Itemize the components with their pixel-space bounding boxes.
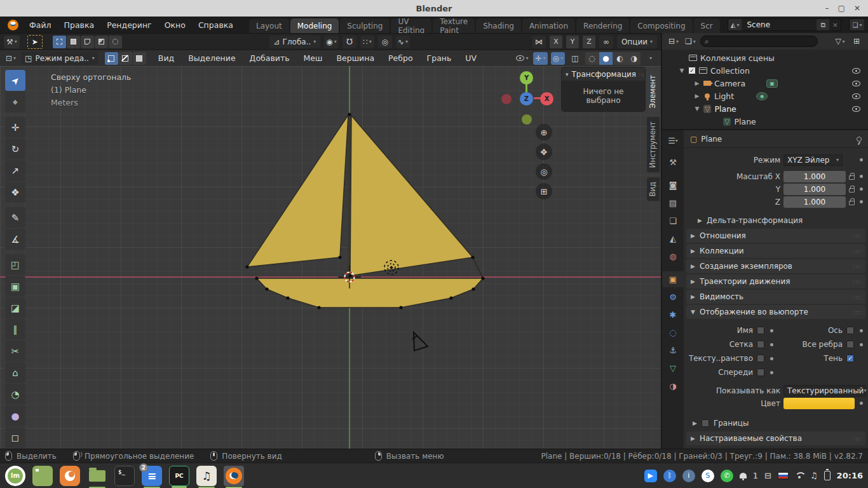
tab-item[interactable]: Элемент <box>647 71 660 112</box>
tab-animation[interactable]: Animation <box>522 18 575 33</box>
row-collection[interactable]: ▼ Collection <box>662 64 868 77</box>
eye-icon[interactable] <box>852 93 860 99</box>
printer-icon[interactable]: ⊟ <box>764 471 771 480</box>
pivot-dropdown[interactable]: ◉▾ <box>324 36 339 48</box>
tab-render[interactable]: ◙ <box>663 177 682 193</box>
menu-render[interactable]: Рендеринг <box>101 17 158 33</box>
camera-view-button[interactable]: ◎ <box>536 163 552 180</box>
tab-constraints[interactable]: ⚓ <box>663 342 682 358</box>
outliner-editor-icon[interactable]: ❏▾ <box>683 35 698 48</box>
tool-poly-build[interactable]: ⌂ <box>5 362 25 383</box>
tool-measure[interactable]: ∡ <box>5 229 25 250</box>
face-select-icon[interactable] <box>133 52 146 65</box>
select-subtract-icon[interactable] <box>81 36 94 48</box>
pycharm-icon[interactable]: PC <box>169 466 189 486</box>
tool-extrude[interactable]: ◰ <box>5 254 25 275</box>
menu-face[interactable]: Грань <box>421 53 458 63</box>
section-motion-paths[interactable]: ▶Траектории движения <box>686 274 865 288</box>
lock-icon[interactable] <box>849 201 855 205</box>
security-shield-icon[interactable]: i <box>682 470 695 482</box>
active-tool-icon[interactable]: ➤ <box>27 35 43 49</box>
lock-icon[interactable] <box>849 188 855 193</box>
row-light[interactable]: ▶ Light ◉ <box>662 90 868 102</box>
gizmo-axis-x[interactable]: X <box>540 92 553 105</box>
tab-physics[interactable]: ◌ <box>663 325 682 341</box>
zoom-tray-icon[interactable]: ▶ <box>644 470 657 482</box>
shading-material-icon[interactable]: ◐ <box>613 52 627 65</box>
tab-view[interactable]: Вид <box>647 177 660 201</box>
filter-icon[interactable]: ▽▾ <box>833 35 847 48</box>
tab-particles[interactable]: ✱ <box>663 307 682 323</box>
minimize-button[interactable]: – <box>825 4 829 13</box>
mirror-x-toggle[interactable]: X <box>550 36 562 48</box>
edge-select-icon[interactable] <box>119 52 132 65</box>
menu-help[interactable]: Справка <box>193 17 239 33</box>
expand-icon[interactable]: ▶ <box>694 93 700 99</box>
blender-taskbar-icon[interactable] <box>224 466 244 486</box>
scene-name[interactable]: Scene <box>742 20 817 29</box>
collection-checkbox[interactable] <box>688 67 696 74</box>
select-intersect-icon[interactable] <box>109 36 122 48</box>
whatsapp-icon[interactable]: ✆ <box>721 470 733 482</box>
xray-toggle-icon[interactable]: ◫ <box>568 52 582 65</box>
shading-rendered-icon[interactable]: ◑ <box>627 52 641 65</box>
editor-type-viewport-icon[interactable]: ⊡▾ <box>3 52 18 65</box>
tab-tool-properties[interactable]: ⚒ <box>663 154 682 170</box>
clock[interactable]: 20:16 <box>837 471 863 480</box>
new-scene-icon[interactable]: ⧉ <box>817 19 829 30</box>
pin-icon[interactable] <box>857 137 862 142</box>
tab-tool[interactable]: Инструмент <box>647 117 660 172</box>
mirror-icon[interactable]: ⋈ <box>532 36 546 48</box>
snap-magnet-icon[interactable]: Ω <box>342 36 356 48</box>
eye-icon[interactable] <box>852 81 860 86</box>
tool-bevel[interactable]: ◪ <box>5 297 25 318</box>
terminal-icon[interactable]: $_ <box>114 466 135 486</box>
vertex-select-icon[interactable] <box>105 52 118 65</box>
proportional-falloff-dropdown[interactable]: ∿▾ <box>396 36 410 48</box>
animate-dot[interactable] <box>860 402 863 405</box>
editor-type-tool-icon[interactable]: ⚒▾ <box>4 36 20 48</box>
new-collection-icon[interactable]: ⊞ <box>850 35 864 48</box>
animate-dot[interactable] <box>860 343 863 346</box>
tab-modeling[interactable]: Modeling <box>290 18 339 33</box>
tool-select-box[interactable]: ➤ <box>5 70 25 91</box>
proportional-editing-icon[interactable]: ◎ <box>378 36 392 48</box>
tab-uv-editing[interactable]: UV Editing <box>391 18 431 33</box>
tool-scale[interactable]: ↗ <box>5 160 25 181</box>
scene-icon[interactable]: ◭▾ <box>728 19 742 30</box>
audio-icon[interactable]: ♫ <box>810 471 818 480</box>
menu-file[interactable]: Файл <box>24 17 57 33</box>
texture-space-checkbox[interactable] <box>757 355 764 362</box>
visibility-dropdown[interactable]: ▾ <box>514 52 530 65</box>
menu-window[interactable]: Окно <box>159 17 191 33</box>
outliner-display-mode-dropdown[interactable]: ⊟▾ <box>667 35 681 48</box>
object-color-swatch[interactable] <box>783 398 855 409</box>
in-front-checkbox[interactable] <box>757 369 764 376</box>
shading-options-dropdown[interactable]: ▾ <box>644 52 658 65</box>
maximize-button[interactable]: ▢ <box>838 4 845 13</box>
menu-uv[interactable]: UV <box>459 53 482 63</box>
tab-object[interactable]: ▣ <box>662 271 684 287</box>
gizmo-axis-y-neg[interactable] <box>522 114 532 125</box>
wifi-icon[interactable] <box>795 472 804 479</box>
menu-mesh[interactable]: Меш <box>298 53 329 63</box>
tool-rotate[interactable]: ↻ <box>5 139 25 159</box>
shading-solid-icon[interactable]: ● <box>599 52 613 65</box>
gizmo-axis-x-neg[interactable] <box>501 94 512 104</box>
tab-texture-paint[interactable]: Texture Paint <box>433 18 475 33</box>
tool-spin[interactable]: ◔ <box>5 384 25 405</box>
animate-dot[interactable] <box>860 187 863 191</box>
firefox-icon[interactable] <box>60 466 80 486</box>
bounds-checkbox[interactable] <box>702 419 709 427</box>
expand-icon[interactable]: ▶ <box>694 80 700 86</box>
viewport-3d[interactable]: Сверху ортогональ (1) Plane Meters ➤ ⌖ ✛… <box>0 66 661 449</box>
tool-edge-slide[interactable]: ◻ <box>5 427 25 448</box>
section-viewport-display[interactable]: ▼Отображение во вьюпорте <box>686 305 865 319</box>
animate-dot[interactable] <box>860 158 863 161</box>
rotation-mode-dropdown[interactable]: XYZ Эйлер▾ <box>783 154 843 166</box>
section-delta-transform[interactable]: ▶ Дельта-трансформация <box>698 214 865 227</box>
blender-logo-icon[interactable] <box>8 20 18 30</box>
tool-smooth[interactable]: ● <box>5 405 25 426</box>
select-extend-icon[interactable] <box>67 36 80 48</box>
expand-icon[interactable]: ▼ <box>694 105 700 112</box>
